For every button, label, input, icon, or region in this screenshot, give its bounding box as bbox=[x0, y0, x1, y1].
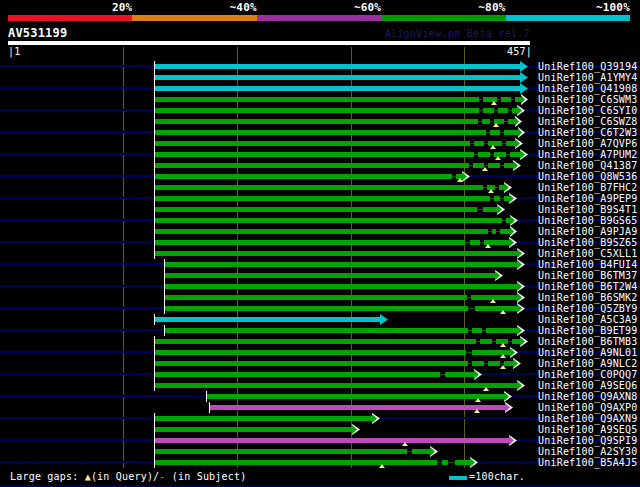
alignment-bar[interactable] bbox=[155, 427, 352, 432]
alignment-label[interactable]: UniRef100_C5XLL1 bbox=[538, 248, 638, 259]
alignment-gap-connector bbox=[468, 363, 472, 364]
alignment-label[interactable]: UniRef100_A1YMY4 bbox=[538, 72, 638, 83]
alignment-bar[interactable] bbox=[155, 196, 509, 201]
alignment-bar[interactable] bbox=[155, 383, 517, 388]
alignment-gap-connector bbox=[468, 308, 475, 309]
alignment-bar[interactable] bbox=[165, 295, 517, 300]
alignment-label[interactable]: UniRef100_Q39194 bbox=[538, 61, 638, 72]
gaps-legend-subject-text: (in Subject) bbox=[166, 471, 247, 482]
alignment-gap-connector bbox=[508, 341, 512, 342]
alignment-gap-connector bbox=[477, 209, 483, 210]
alignment-label[interactable]: UniRef100_Q9AXN9 bbox=[538, 413, 638, 424]
alignment-label[interactable]: UniRef100_B4FUI4 bbox=[538, 259, 638, 270]
alignment-label[interactable]: UniRef100_B6TM37 bbox=[538, 270, 638, 281]
alignment-bar[interactable] bbox=[165, 284, 517, 289]
alignment-label[interactable]: UniRef100_B9S4T1 bbox=[538, 204, 638, 215]
alignment-gap-connector bbox=[502, 143, 506, 144]
alignment-label[interactable]: UniRef100_A5C3A9 bbox=[538, 314, 638, 325]
alignment-bar[interactable] bbox=[155, 75, 520, 80]
alignment-gap-connector bbox=[479, 110, 483, 111]
alignment-label[interactable]: UniRef100_B6T2W4 bbox=[538, 281, 638, 292]
alignment-label[interactable]: UniRef100_C6T2W3 bbox=[538, 127, 638, 138]
alignment-gap-connector bbox=[484, 363, 488, 364]
alignment-gap-connector bbox=[483, 187, 487, 188]
alignment-label[interactable]: UniRef100_B7FHC2 bbox=[538, 182, 638, 193]
alignment-label[interactable]: UniRef100_B6TMB3 bbox=[538, 336, 638, 347]
alignment-label[interactable]: UniRef100_B9GS65 bbox=[538, 215, 638, 226]
alignment-bar[interactable] bbox=[155, 372, 474, 377]
alignment-bar[interactable] bbox=[155, 449, 430, 454]
alignment-label[interactable]: UniRef100_B9SZ65 bbox=[538, 237, 638, 248]
alignment-bar[interactable] bbox=[155, 416, 372, 421]
alignment-bar[interactable] bbox=[155, 317, 380, 322]
alignment-gap-connector bbox=[488, 231, 492, 232]
alignment-gap-connector bbox=[407, 451, 412, 452]
alignment-gap-connector bbox=[495, 187, 499, 188]
alignment-bar[interactable] bbox=[165, 273, 495, 278]
alignment-label[interactable]: UniRef100_A9PEP9 bbox=[538, 193, 638, 204]
alignment-label[interactable]: UniRef100_A7QVP6 bbox=[538, 138, 638, 149]
alignment-label[interactable]: UniRef100_A9NL01 bbox=[538, 347, 638, 358]
alignment-label[interactable]: UniRef100_C6SWM3 bbox=[538, 94, 638, 105]
alignment-bar[interactable] bbox=[165, 328, 517, 333]
alignment-label[interactable]: UniRef100_B6SMK2 bbox=[538, 292, 638, 303]
alignment-label[interactable]: UniRef100_Q5ZBY9 bbox=[538, 303, 638, 314]
alignment-bar[interactable] bbox=[165, 306, 517, 311]
alignment-label[interactable]: UniRef100_Q8W536 bbox=[538, 171, 638, 182]
alignment-bar[interactable] bbox=[155, 361, 513, 366]
alignment-label[interactable]: UniRef100_Q41908 bbox=[538, 83, 638, 94]
alignment-gap-connector bbox=[452, 176, 456, 177]
alignment-bar[interactable] bbox=[155, 207, 497, 212]
alignment-label[interactable]: UniRef100_A2SY30 bbox=[538, 446, 638, 457]
alignment-bar[interactable] bbox=[155, 108, 517, 113]
gaps-legend-query-text: (in Query)/ bbox=[91, 471, 159, 482]
alignment-arrowhead[interactable] bbox=[520, 72, 528, 83]
alignment-bar[interactable] bbox=[155, 174, 462, 179]
alignment-label[interactable]: UniRef100_C6SYI0 bbox=[538, 105, 638, 116]
alignment-label[interactable]: UniRef100_B9ET99 bbox=[538, 325, 638, 336]
alignment-bar[interactable] bbox=[210, 405, 505, 410]
alignment-label[interactable]: UniRef100_A9SEQ5 bbox=[538, 424, 638, 435]
alignment-bar[interactable] bbox=[155, 438, 509, 443]
alignment-label[interactable]: UniRef100_Q9AXP0 bbox=[538, 402, 638, 413]
alignment-label[interactable]: UniRef100_Q9SPI9 bbox=[538, 435, 638, 446]
alignment-bar[interactable] bbox=[155, 97, 521, 102]
alignment-label[interactable]: UniRef100_Q9AXN8 bbox=[538, 391, 638, 402]
alignment-gap-connector bbox=[440, 374, 445, 375]
alignment-arrowhead[interactable] bbox=[380, 314, 388, 325]
alignment-bar[interactable] bbox=[155, 229, 510, 234]
alignment-arrowhead[interactable] bbox=[520, 61, 528, 72]
alignment-bar[interactable] bbox=[165, 262, 517, 267]
alignment-arrowhead[interactable] bbox=[520, 83, 528, 94]
alignment-bar[interactable] bbox=[155, 185, 504, 190]
alignment-bar[interactable] bbox=[155, 130, 518, 135]
alignment-bar[interactable] bbox=[155, 350, 510, 355]
alignment-bar[interactable] bbox=[155, 240, 509, 245]
alignment-label[interactable]: UniRef100_A9PJA9 bbox=[538, 226, 638, 237]
alignment-bar[interactable] bbox=[155, 64, 520, 69]
alignment-bar[interactable] bbox=[155, 86, 520, 91]
alignment-bar[interactable] bbox=[155, 460, 470, 465]
alignview-screen: 20%~40%~60%~80%~100% AV531199 AlignView.… bbox=[0, 0, 640, 487]
alignment-label[interactable]: UniRef100_C0PQQ7 bbox=[538, 369, 638, 380]
alignment-gap-connector bbox=[469, 165, 473, 166]
alignment-gap-connector bbox=[504, 121, 508, 122]
alignment-label[interactable]: UniRef100_Q41387 bbox=[538, 160, 638, 171]
alignment-label[interactable]: UniRef100_A9NLC2 bbox=[538, 358, 638, 369]
alignment-bar[interactable] bbox=[155, 251, 517, 256]
alignment-label[interactable]: UniRef100_C6SWZ8 bbox=[538, 116, 638, 127]
alignment-bar[interactable] bbox=[155, 152, 520, 157]
alignment-bar[interactable] bbox=[155, 119, 515, 124]
alignment-label[interactable]: UniRef100_B5A4J5 bbox=[538, 457, 638, 468]
alignment-gap-connector bbox=[502, 220, 506, 221]
alignment-label[interactable]: UniRef100_A9SEQ6 bbox=[538, 380, 638, 391]
alignment-gap-connector bbox=[497, 99, 501, 100]
alignment-bar[interactable] bbox=[155, 339, 520, 344]
alignment-gap-connector bbox=[490, 121, 494, 122]
alignment-bar[interactable] bbox=[155, 141, 515, 146]
alignment-label[interactable]: UniRef100_A7PUM2 bbox=[538, 149, 638, 160]
alignment-bar[interactable] bbox=[155, 218, 510, 223]
alignment-gap-connector bbox=[500, 198, 504, 199]
alignment-bar[interactable] bbox=[155, 163, 513, 168]
alignment-bar[interactable] bbox=[207, 394, 504, 399]
